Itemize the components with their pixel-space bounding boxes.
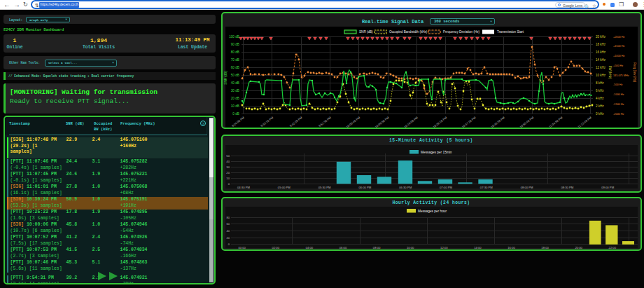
svg-text:08:00: 08:00 — [373, 246, 381, 249]
svg-text:40: 40 — [226, 160, 230, 163]
svg-text:10 kHz: 10 kHz — [596, 74, 606, 77]
svg-text:12:00: 12:00 — [440, 246, 448, 249]
svg-text:BW (kHz): BW (kHz) — [608, 65, 612, 79]
svg-text:30: 30 — [226, 165, 230, 169]
svg-text:SNR (dB): SNR (dB) — [224, 71, 227, 85]
svg-text:Messages per 15min: Messages per 15min — [421, 151, 452, 154]
svg-text:60: 60 — [227, 222, 230, 226]
svg-text:10: 10 — [226, 177, 230, 180]
svg-text:16:00: 16:00 — [507, 246, 515, 249]
svg-text:00:00: 00:00 — [238, 246, 246, 249]
svg-text:20:00: 20:00 — [575, 246, 582, 249]
svg-text:Occupied Bandwidth (kHz): Occupied Bandwidth (kHz) — [389, 30, 428, 34]
svg-text:-500 Hz: -500 Hz — [613, 83, 622, 86]
svg-text:70 dB: 70 dB — [231, 58, 239, 62]
svg-text:40 dB: 40 dB — [231, 81, 239, 85]
svg-text:8 kHz: 8 kHz — [596, 81, 604, 85]
svg-text:+1000 Hz: +1000 Hz — [613, 55, 624, 57]
svg-text:06:00 PM: 06:00 PM — [358, 186, 371, 189]
svg-text:16 kHz: 16 kHz — [596, 50, 606, 54]
svg-text:20: 20 — [227, 236, 230, 240]
svg-text:12 kHz: 12 kHz — [596, 66, 606, 69]
svg-text:+500 Hz: +500 Hz — [613, 64, 623, 67]
svg-text:09:00 PM: 09:00 PM — [601, 186, 614, 189]
svg-text:06:30 PM: 06:30 PM — [399, 186, 412, 189]
svg-text:08:00 PM: 08:00 PM — [521, 186, 533, 189]
svg-text:05:30 PM: 05:30 PM — [318, 186, 331, 189]
svg-text:02:00: 02:00 — [272, 246, 280, 249]
svg-text:SNR (dB): SNR (dB) — [359, 30, 373, 34]
svg-text:50 dB: 50 dB — [231, 74, 239, 77]
svg-text:0 kHz: 0 kHz — [596, 112, 604, 116]
svg-text:0 dB: 0 dB — [232, 112, 239, 116]
svg-text:07:00 PM: 07:00 PM — [440, 186, 452, 189]
svg-text:06:00: 06:00 — [340, 246, 347, 249]
svg-text:14 kHz: 14 kHz — [596, 58, 606, 62]
svg-text:50: 50 — [226, 154, 230, 158]
svg-text:05:00 PM: 05:00 PM — [278, 186, 290, 189]
svg-text:04:00: 04:00 — [306, 246, 314, 249]
svg-text:-1500 Hz: -1500 Hz — [613, 103, 624, 106]
svg-text:+2000 Hz: +2000 Hz — [613, 36, 624, 39]
svg-text:20 kHz: 20 kHz — [596, 35, 606, 39]
svg-text:4 kHz: 4 kHz — [596, 97, 604, 100]
svg-text:18 kHz: 18 kHz — [596, 43, 606, 46]
svg-text:30 dB: 30 dB — [231, 89, 239, 92]
svg-text:10:00: 10:00 — [407, 246, 414, 249]
svg-text:2 kHz: 2 kHz — [596, 104, 604, 108]
svg-text:Frequency Deviation (Hz): Frequency Deviation (Hz) — [443, 30, 480, 34]
svg-text:20: 20 — [226, 171, 230, 174]
svg-text:08:30 PM: 08:30 PM — [561, 186, 573, 189]
svg-text:18:00: 18:00 — [541, 246, 549, 249]
svg-text:100 dB: 100 dB — [229, 35, 239, 39]
svg-text:90 dB: 90 dB — [231, 43, 239, 46]
svg-text:80 dB: 80 dB — [231, 50, 239, 54]
svg-text:40: 40 — [227, 229, 230, 233]
svg-text:+1500 Hz: +1500 Hz — [613, 45, 624, 48]
svg-text:22:00: 22:00 — [609, 246, 617, 249]
svg-text:Messages per hour: Messages per hour — [418, 210, 447, 213]
svg-text:60 dB: 60 dB — [231, 66, 239, 69]
svg-text:Transmission Start: Transmission Start — [497, 30, 524, 34]
svg-text:145.075 MHz: 145.075 MHz — [613, 74, 629, 77]
svg-text:14:00: 14:00 — [474, 246, 482, 249]
svg-text:10 dB: 10 dB — [231, 104, 239, 108]
svg-text:04:30 PM: 04:30 PM — [237, 186, 250, 189]
svg-text:07:30 PM: 07:30 PM — [480, 186, 493, 189]
svg-text:-2000 Hz: -2000 Hz — [613, 113, 624, 116]
svg-text:80: 80 — [227, 216, 230, 219]
svg-text:Freq Dev (Hz): Freq Dev (Hz) — [633, 62, 636, 83]
svg-text:-1000 Hz: -1000 Hz — [613, 93, 624, 96]
svg-text:20 dB: 20 dB — [231, 97, 239, 100]
svg-text:6 kHz: 6 kHz — [596, 89, 604, 92]
